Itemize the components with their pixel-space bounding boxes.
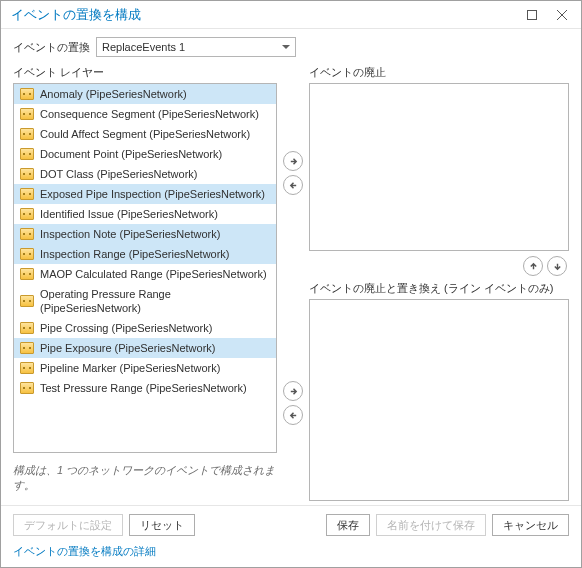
arrow-down-icon	[553, 262, 562, 271]
list-item[interactable]: MAOP Calculated Range (PipeSeriesNetwork…	[14, 264, 276, 284]
layer-icon	[20, 342, 34, 354]
footnote-text: 構成は、1 つのネットワークのイベントで構成されます。	[13, 463, 277, 493]
list-item-label: Document Point (PipeSeriesNetwork)	[40, 147, 222, 161]
dialog-content: イベントの置換 ReplaceEvents 1 イベント レイヤー Anomal…	[1, 29, 581, 505]
list-item-label: Consequence Segment (PipeSeriesNetwork)	[40, 107, 259, 121]
move-up-button[interactable]	[523, 256, 543, 276]
event-layers-list[interactable]: Anomaly (PipeSeriesNetwork)Consequence S…	[13, 83, 277, 453]
transfer-buttons-column	[281, 65, 305, 501]
replace-events-combo[interactable]: ReplaceEvents 1	[96, 37, 296, 57]
list-item[interactable]: Anomaly (PipeSeriesNetwork)	[14, 84, 276, 104]
list-item[interactable]: Document Point (PipeSeriesNetwork)	[14, 144, 276, 164]
layer-icon	[20, 362, 34, 374]
footer-buttons-row: デフォルトに設定 リセット 保存 名前を付けて保存 キャンセル	[13, 514, 569, 536]
move-down-button[interactable]	[547, 256, 567, 276]
retire-replace-list[interactable]	[309, 299, 569, 501]
move-left-top-button[interactable]	[283, 175, 303, 195]
list-item-label: Exposed Pipe Inspection (PipeSeriesNetwo…	[40, 187, 265, 201]
maximize-icon	[527, 10, 537, 20]
list-item[interactable]: Operating Pressure Range (PipeSeriesNetw…	[14, 284, 276, 318]
list-item[interactable]: DOT Class (PipeSeriesNetwork)	[14, 164, 276, 184]
retire-replace-panel: イベントの廃止と置き換え (ライン イベントのみ)	[309, 281, 569, 501]
right-column: イベントの廃止 イベントの廃止と置き換え (ライン イベントのみ)	[309, 65, 569, 501]
list-item-label: Could Affect Segment (PipeSeriesNetwork)	[40, 127, 250, 141]
list-item-label: Identified Issue (PipeSeriesNetwork)	[40, 207, 218, 221]
learn-more-link[interactable]: イベントの置換を構成の詳細	[13, 544, 156, 559]
layer-icon	[20, 322, 34, 334]
list-item-label: Anomaly (PipeSeriesNetwork)	[40, 87, 187, 101]
layer-icon	[20, 128, 34, 140]
replace-events-row: イベントの置換 ReplaceEvents 1	[13, 37, 569, 57]
main-columns: イベント レイヤー Anomaly (PipeSeriesNetwork)Con…	[13, 65, 569, 501]
list-item[interactable]: Exposed Pipe Inspection (PipeSeriesNetwo…	[14, 184, 276, 204]
reorder-controls	[309, 251, 569, 281]
list-item[interactable]: Consequence Segment (PipeSeriesNetwork)	[14, 104, 276, 124]
retire-events-list[interactable]	[309, 83, 569, 251]
retire-replace-label: イベントの廃止と置き換え (ライン イベントのみ)	[309, 281, 569, 296]
list-item[interactable]: Inspection Note (PipeSeriesNetwork)	[14, 224, 276, 244]
move-right-top-button[interactable]	[283, 151, 303, 171]
list-item-label: Pipe Exposure (PipeSeriesNetwork)	[40, 341, 215, 355]
list-item[interactable]: Inspection Range (PipeSeriesNetwork)	[14, 244, 276, 264]
layer-icon	[20, 295, 34, 307]
event-layers-label: イベント レイヤー	[13, 65, 277, 80]
titlebar: イベントの置換を構成	[1, 1, 581, 29]
close-icon	[557, 10, 567, 20]
list-item[interactable]: Could Affect Segment (PipeSeriesNetwork)	[14, 124, 276, 144]
arrow-left-icon	[289, 181, 298, 190]
cancel-button[interactable]: キャンセル	[492, 514, 569, 536]
list-item-label: Pipe Crossing (PipeSeriesNetwork)	[40, 321, 212, 335]
retire-events-panel: イベントの廃止	[309, 65, 569, 251]
retire-events-label: イベントの廃止	[309, 65, 569, 80]
move-left-bottom-button[interactable]	[283, 405, 303, 425]
chevron-down-icon	[282, 43, 290, 51]
list-item-label: DOT Class (PipeSeriesNetwork)	[40, 167, 198, 181]
dialog-window: イベントの置換を構成 イベントの置換 ReplaceEvents 1 イベント …	[0, 0, 582, 568]
dialog-title: イベントの置換を構成	[11, 6, 517, 24]
layer-icon	[20, 248, 34, 260]
layer-icon	[20, 188, 34, 200]
layer-icon	[20, 268, 34, 280]
layer-icon	[20, 88, 34, 100]
list-item-label: Inspection Range (PipeSeriesNetwork)	[40, 247, 230, 261]
maximize-button[interactable]	[517, 3, 547, 27]
list-item-label: Test Pressure Range (PipeSeriesNetwork)	[40, 381, 247, 395]
layer-icon	[20, 168, 34, 180]
arrow-right-icon	[289, 387, 298, 396]
list-item-label: Operating Pressure Range (PipeSeriesNetw…	[40, 287, 270, 315]
list-item-label: Pipeline Marker (PipeSeriesNetwork)	[40, 361, 220, 375]
arrow-left-icon	[289, 411, 298, 420]
layer-icon	[20, 382, 34, 394]
move-right-bottom-button[interactable]	[283, 381, 303, 401]
save-as-button[interactable]: 名前を付けて保存	[376, 514, 486, 536]
dialog-footer: デフォルトに設定 リセット 保存 名前を付けて保存 キャンセル イベントの置換を…	[1, 505, 581, 567]
replace-events-label: イベントの置換	[13, 40, 90, 55]
close-button[interactable]	[547, 3, 577, 27]
event-layers-panel: イベント レイヤー Anomaly (PipeSeriesNetwork)Con…	[13, 65, 277, 501]
arrow-up-icon	[529, 262, 538, 271]
list-item[interactable]: Identified Issue (PipeSeriesNetwork)	[14, 204, 276, 224]
defaults-button[interactable]: デフォルトに設定	[13, 514, 123, 536]
list-item[interactable]: Pipe Exposure (PipeSeriesNetwork)	[14, 338, 276, 358]
layer-icon	[20, 228, 34, 240]
save-button[interactable]: 保存	[326, 514, 370, 536]
titlebar-buttons	[517, 3, 577, 27]
list-item[interactable]: Test Pressure Range (PipeSeriesNetwork)	[14, 378, 276, 398]
replace-events-value: ReplaceEvents 1	[102, 41, 282, 53]
layer-icon	[20, 148, 34, 160]
layer-icon	[20, 108, 34, 120]
list-item-label: Inspection Note (PipeSeriesNetwork)	[40, 227, 220, 241]
list-item-label: MAOP Calculated Range (PipeSeriesNetwork…	[40, 267, 267, 281]
reset-button[interactable]: リセット	[129, 514, 195, 536]
layer-icon	[20, 208, 34, 220]
arrow-right-icon	[289, 157, 298, 166]
list-item[interactable]: Pipeline Marker (PipeSeriesNetwork)	[14, 358, 276, 378]
svg-rect-0	[528, 10, 537, 19]
list-item[interactable]: Pipe Crossing (PipeSeriesNetwork)	[14, 318, 276, 338]
